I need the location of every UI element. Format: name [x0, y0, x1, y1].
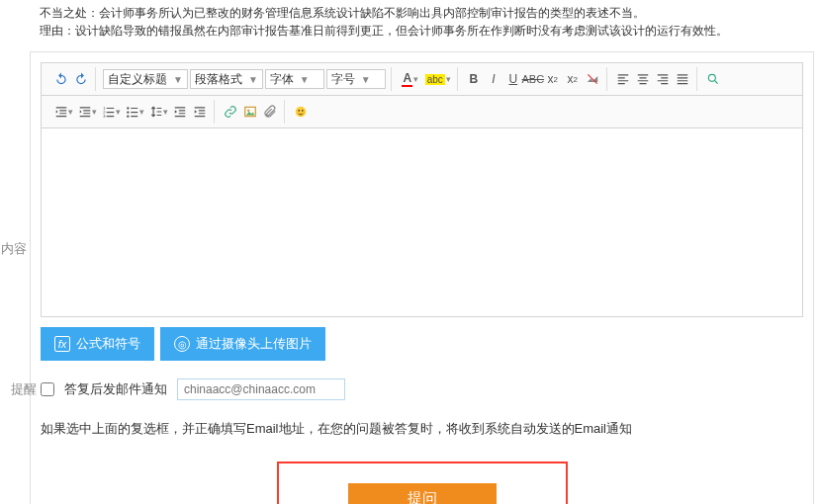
font-size-select[interactable]: 字号 ▼ — [326, 69, 386, 89]
email-input[interactable] — [177, 378, 345, 400]
svg-text:3: 3 — [103, 114, 106, 119]
emoji-button[interactable] — [291, 102, 311, 122]
formula-icon: fx — [54, 336, 70, 352]
strikethrough-button[interactable]: ABC — [523, 69, 543, 89]
chevron-down-icon: ▼ — [173, 74, 183, 85]
email-notify-checkbox[interactable] — [41, 382, 54, 396]
paragraph-format-label: 段落格式 — [195, 71, 242, 88]
editor-textarea[interactable] — [42, 128, 802, 316]
context-line-2: 理由：设计缺陷导致的错报虽然在内部审计报告基准日前得到更正，但会计师事务所在作判… — [40, 22, 778, 40]
chevron-down-icon: ▼ — [300, 74, 310, 85]
svg-point-8 — [247, 110, 249, 112]
chevron-down-icon: ▼ — [248, 74, 258, 85]
submit-area: 提问 — [41, 462, 803, 504]
image-button[interactable] — [240, 102, 260, 122]
bold-button[interactable]: B — [464, 69, 484, 89]
svg-point-9 — [296, 107, 307, 118]
attachment-button[interactable] — [260, 102, 280, 122]
content-label: 内容 — [1, 240, 27, 258]
svg-point-11 — [302, 110, 304, 112]
font-color-button[interactable]: A ▾ — [398, 69, 423, 89]
line-height-button[interactable]: ▾ — [146, 102, 170, 122]
highlight-color-button[interactable]: abc ▾ — [423, 69, 453, 89]
italic-button[interactable]: I — [484, 69, 503, 89]
editor-toolbar-row1: 自定义标题 ▼ 段落格式 ▼ 字体 ▼ 字号 ▼ A — [42, 63, 802, 96]
svg-point-0 — [708, 74, 715, 81]
indent-decrease-button[interactable]: ▾ — [51, 102, 75, 122]
font-size-label: 字号 — [331, 71, 355, 88]
submit-button[interactable]: 提问 — [348, 483, 497, 504]
main-panel: 内容 自定义标题 ▼ 段落格式 ▼ — [30, 51, 814, 504]
svg-point-4 — [127, 107, 129, 109]
indent-increase-button[interactable]: ▾ — [75, 102, 99, 122]
ordered-list-button[interactable]: 123 ▾ — [99, 102, 123, 122]
rich-text-editor: 自定义标题 ▼ 段落格式 ▼ 字体 ▼ 字号 ▼ A — [41, 62, 803, 317]
subscript-button[interactable]: x2 — [563, 69, 583, 89]
editor-action-bar: fx 公式和符号 ◎ 通过摄像头上传图片 — [41, 327, 803, 361]
font-family-select[interactable]: 字体 ▼ — [265, 69, 324, 89]
reminder-section-label: 提醒 — [11, 380, 37, 398]
redo-button[interactable] — [71, 69, 91, 89]
formula-button[interactable]: fx 公式和符号 — [41, 327, 154, 361]
reminder-hint: 如果选中上面的复选框，并正确填写Email地址，在您的问题被答复时，将收到系统自… — [41, 420, 803, 438]
underline-button[interactable]: U — [503, 69, 523, 89]
svg-point-6 — [127, 116, 129, 118]
context-text: 不当之处：会计师事务所认为已整改的财务管理信息系统设计缺陷不影响出具内部控制审计… — [0, 0, 818, 45]
align-justify-button[interactable] — [673, 69, 692, 89]
custom-title-label: 自定义标题 — [108, 71, 167, 88]
reminder-row: 提醒 答复后发邮件通知 — [41, 378, 803, 400]
unordered-list-button[interactable]: ▾ — [123, 102, 146, 122]
context-line-1: 不当之处：会计师事务所认为已整改的财务管理信息系统设计缺陷不影响出具内部控制审计… — [40, 4, 778, 22]
camera-upload-button[interactable]: ◎ 通过摄像头上传图片 — [160, 327, 325, 361]
align-left-button[interactable] — [613, 69, 633, 89]
link-button[interactable] — [221, 102, 240, 122]
chevron-down-icon: ▼ — [361, 74, 371, 85]
indent-button[interactable] — [190, 102, 210, 122]
superscript-button[interactable]: x2 — [543, 69, 563, 89]
clear-format-button[interactable] — [583, 69, 602, 89]
camera-icon: ◎ — [174, 336, 190, 352]
paragraph-format-select[interactable]: 段落格式 ▼ — [190, 69, 263, 89]
submit-highlight-box: 提问 — [277, 462, 568, 504]
search-button[interactable] — [703, 69, 723, 89]
align-right-button[interactable] — [653, 69, 673, 89]
email-notify-label: 答复后发邮件通知 — [64, 380, 167, 398]
editor-toolbar-row2: ▾ ▾ 123 ▾ ▾ ▾ — [42, 96, 802, 128]
formula-label: 公式和符号 — [76, 335, 140, 353]
outdent-button[interactable] — [170, 102, 190, 122]
svg-point-10 — [298, 110, 300, 112]
custom-title-select[interactable]: 自定义标题 ▼ — [103, 69, 188, 89]
font-family-label: 字体 — [270, 71, 294, 88]
svg-point-5 — [127, 111, 129, 113]
align-center-button[interactable] — [633, 69, 653, 89]
undo-button[interactable] — [51, 69, 71, 89]
camera-upload-label: 通过摄像头上传图片 — [196, 335, 312, 353]
